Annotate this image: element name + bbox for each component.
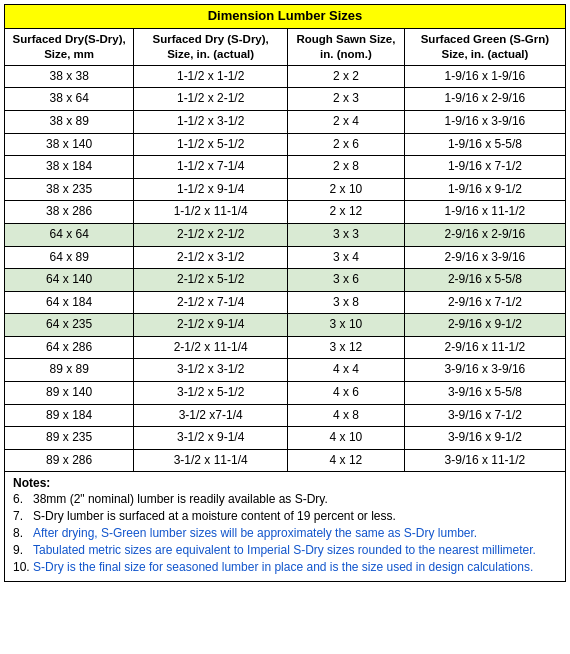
note-text: S-Dry is the final size for seasoned lum… bbox=[33, 560, 533, 574]
cell-col4: 1-9/16 x 1-9/16 bbox=[404, 65, 565, 88]
cell-col1: 64 x 184 bbox=[5, 291, 134, 314]
table-row: 38 x 381-1/2 x 1-1/22 x 21-9/16 x 1-9/16 bbox=[5, 65, 566, 88]
notes-section: Notes: 6.38mm (2" nominal) lumber is rea… bbox=[4, 472, 566, 582]
cell-col4: 3-9/16 x 5-5/8 bbox=[404, 382, 565, 405]
note-item: 6.38mm (2" nominal) lumber is readily av… bbox=[13, 492, 557, 506]
cell-col4: 2-9/16 x 11-1/2 bbox=[404, 336, 565, 359]
cell-col4: 1-9/16 x 7-1/2 bbox=[404, 156, 565, 179]
cell-col1: 38 x 64 bbox=[5, 88, 134, 111]
cell-col3: 4 x 6 bbox=[288, 382, 405, 405]
cell-col2: 2-1/2 x 9-1/4 bbox=[134, 314, 288, 337]
cell-col2: 3-1/2 x 11-1/4 bbox=[134, 449, 288, 472]
table-row: 89 x 1843-1/2 x7-1/44 x 83-9/16 x 7-1/2 bbox=[5, 404, 566, 427]
cell-col2: 2-1/2 x 11-1/4 bbox=[134, 336, 288, 359]
cell-col1: 38 x 38 bbox=[5, 65, 134, 88]
table-row: 64 x 2862-1/2 x 11-1/43 x 122-9/16 x 11-… bbox=[5, 336, 566, 359]
cell-col1: 89 x 184 bbox=[5, 404, 134, 427]
note-item: 9.Tabulated metric sizes are equivalent … bbox=[13, 543, 557, 557]
cell-col2: 1-1/2 x 9-1/4 bbox=[134, 178, 288, 201]
cell-col4: 1-9/16 x 2-9/16 bbox=[404, 88, 565, 111]
cell-col4: 2-9/16 x 5-5/8 bbox=[404, 269, 565, 292]
cell-col3: 4 x 12 bbox=[288, 449, 405, 472]
cell-col2: 1-1/2 x 3-1/2 bbox=[134, 110, 288, 133]
cell-col2: 2-1/2 x 5-1/2 bbox=[134, 269, 288, 292]
cell-col1: 64 x 64 bbox=[5, 223, 134, 246]
table-row: 89 x 893-1/2 x 3-1/24 x 43-9/16 x 3-9/16 bbox=[5, 359, 566, 382]
cell-col4: 1-9/16 x 5-5/8 bbox=[404, 133, 565, 156]
note-item: 8.After drying, S-Green lumber sizes wil… bbox=[13, 526, 557, 540]
cell-col3: 2 x 6 bbox=[288, 133, 405, 156]
cell-col2: 1-1/2 x 2-1/2 bbox=[134, 88, 288, 111]
cell-col4: 3-9/16 x 3-9/16 bbox=[404, 359, 565, 382]
note-number: 7. bbox=[13, 509, 23, 523]
cell-col4: 2-9/16 x 2-9/16 bbox=[404, 223, 565, 246]
cell-col1: 38 x 184 bbox=[5, 156, 134, 179]
cell-col2: 1-1/2 x 1-1/2 bbox=[134, 65, 288, 88]
cell-col1: 89 x 89 bbox=[5, 359, 134, 382]
table-row: 64 x 2352-1/2 x 9-1/43 x 102-9/16 x 9-1/… bbox=[5, 314, 566, 337]
cell-col2: 3-1/2 x 5-1/2 bbox=[134, 382, 288, 405]
note-text: After drying, S-Green lumber sizes will … bbox=[33, 526, 477, 540]
cell-col2: 3-1/2 x 9-1/4 bbox=[134, 427, 288, 450]
cell-col4: 2-9/16 x 9-1/2 bbox=[404, 314, 565, 337]
table-row: 64 x 1842-1/2 x 7-1/43 x 82-9/16 x 7-1/2 bbox=[5, 291, 566, 314]
cell-col4: 3-9/16 x 11-1/2 bbox=[404, 449, 565, 472]
table-row: 89 x 1403-1/2 x 5-1/24 x 63-9/16 x 5-5/8 bbox=[5, 382, 566, 405]
cell-col2: 1-1/2 x 11-1/4 bbox=[134, 201, 288, 224]
header-col4: Surfaced Green (S-Grn) Size, in. (actual… bbox=[404, 28, 565, 65]
table-row: 89 x 2863-1/2 x 11-1/44 x 123-9/16 x 11-… bbox=[5, 449, 566, 472]
cell-col3: 3 x 4 bbox=[288, 246, 405, 269]
cell-col1: 64 x 235 bbox=[5, 314, 134, 337]
cell-col1: 64 x 140 bbox=[5, 269, 134, 292]
cell-col4: 1-9/16 x 11-1/2 bbox=[404, 201, 565, 224]
cell-col4: 2-9/16 x 3-9/16 bbox=[404, 246, 565, 269]
cell-col1: 38 x 235 bbox=[5, 178, 134, 201]
cell-col4: 3-9/16 x 9-1/2 bbox=[404, 427, 565, 450]
cell-col1: 89 x 235 bbox=[5, 427, 134, 450]
note-text: 38mm (2" nominal) lumber is readily avai… bbox=[33, 492, 328, 506]
cell-col3: 2 x 4 bbox=[288, 110, 405, 133]
cell-col2: 2-1/2 x 3-1/2 bbox=[134, 246, 288, 269]
cell-col3: 3 x 6 bbox=[288, 269, 405, 292]
table-row: 38 x 641-1/2 x 2-1/22 x 31-9/16 x 2-9/16 bbox=[5, 88, 566, 111]
cell-col2: 3-1/2 x7-1/4 bbox=[134, 404, 288, 427]
cell-col2: 2-1/2 x 7-1/4 bbox=[134, 291, 288, 314]
note-text: S-Dry lumber is surfaced at a moisture c… bbox=[33, 509, 396, 523]
note-item: 7.S-Dry lumber is surfaced at a moisture… bbox=[13, 509, 557, 523]
cell-col3: 2 x 2 bbox=[288, 65, 405, 88]
table-row: 38 x 891-1/2 x 3-1/22 x 41-9/16 x 3-9/16 bbox=[5, 110, 566, 133]
cell-col1: 64 x 89 bbox=[5, 246, 134, 269]
header-col2: Surfaced Dry (S-Dry), Size, in. (actual) bbox=[134, 28, 288, 65]
note-number: 10. bbox=[13, 560, 30, 574]
note-number: 8. bbox=[13, 526, 23, 540]
cell-col3: 2 x 8 bbox=[288, 156, 405, 179]
table-row: 89 x 2353-1/2 x 9-1/44 x 103-9/16 x 9-1/… bbox=[5, 427, 566, 450]
table-row: 38 x 1401-1/2 x 5-1/22 x 61-9/16 x 5-5/8 bbox=[5, 133, 566, 156]
header-col3: Rough Sawn Size, in. (nom.) bbox=[288, 28, 405, 65]
cell-col3: 3 x 3 bbox=[288, 223, 405, 246]
cell-col2: 1-1/2 x 7-1/4 bbox=[134, 156, 288, 179]
cell-col3: 2 x 12 bbox=[288, 201, 405, 224]
cell-col3: 4 x 10 bbox=[288, 427, 405, 450]
table-title: Dimension Lumber Sizes bbox=[5, 5, 566, 29]
cell-col2: 1-1/2 x 5-1/2 bbox=[134, 133, 288, 156]
cell-col4: 3-9/16 x 7-1/2 bbox=[404, 404, 565, 427]
note-number: 9. bbox=[13, 543, 23, 557]
table-row: 64 x 642-1/2 x 2-1/23 x 32-9/16 x 2-9/16 bbox=[5, 223, 566, 246]
note-number: 6. bbox=[13, 492, 23, 506]
cell-col4: 1-9/16 x 3-9/16 bbox=[404, 110, 565, 133]
cell-col4: 1-9/16 x 9-1/2 bbox=[404, 178, 565, 201]
cell-col4: 2-9/16 x 7-1/2 bbox=[404, 291, 565, 314]
cell-col3: 3 x 8 bbox=[288, 291, 405, 314]
cell-col2: 2-1/2 x 2-1/2 bbox=[134, 223, 288, 246]
cell-col3: 4 x 4 bbox=[288, 359, 405, 382]
lumber-table: Dimension Lumber Sizes Surfaced Dry(S-Dr… bbox=[4, 4, 566, 472]
note-item: 10.S-Dry is the final size for seasoned … bbox=[13, 560, 557, 574]
cell-col1: 64 x 286 bbox=[5, 336, 134, 359]
table-row: 38 x 2351-1/2 x 9-1/42 x 101-9/16 x 9-1/… bbox=[5, 178, 566, 201]
cell-col1: 38 x 89 bbox=[5, 110, 134, 133]
note-text: Tabulated metric sizes are equivalent to… bbox=[33, 543, 536, 557]
table-row: 64 x 1402-1/2 x 5-1/23 x 62-9/16 x 5-5/8 bbox=[5, 269, 566, 292]
table-row: 64 x 892-1/2 x 3-1/23 x 42-9/16 x 3-9/16 bbox=[5, 246, 566, 269]
cell-col1: 38 x 140 bbox=[5, 133, 134, 156]
